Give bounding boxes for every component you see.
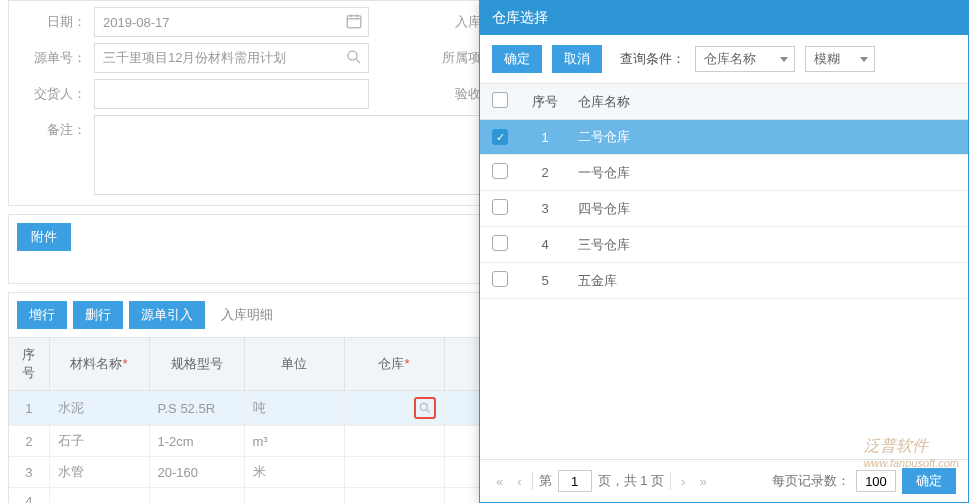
cell-material[interactable]: 水泥 [49,391,149,426]
cell-spec[interactable]: 1-2cm [149,426,244,457]
cell-warehouse[interactable] [344,391,444,426]
search-icon[interactable] [345,48,363,66]
col-check [480,84,520,120]
cell-idx: 5 [520,263,570,299]
cell-idx: 4 [520,227,570,263]
cell-idx: 4 [9,488,49,504]
row-checkbox[interactable] [492,235,508,251]
cell-idx: 2 [520,155,570,191]
modal-cancel-button[interactable]: 取消 [552,45,602,73]
cell-unit[interactable]: 米 [244,457,344,488]
table-row[interactable]: 2一号仓库 [480,155,968,191]
cell-blank [892,120,968,155]
cell-spec[interactable]: P.S 52.5R [149,391,244,426]
cell-idx: 1 [520,120,570,155]
query-mode-select[interactable]: 模糊 [805,46,875,72]
calendar-icon[interactable] [345,12,363,30]
pager-last-icon[interactable]: » [695,474,710,489]
cell-material[interactable]: 水管 [49,457,149,488]
chevron-down-icon [780,57,788,62]
label-checker: 验收 [414,79,489,103]
cell-name: 五金库 [570,263,892,299]
add-row-button[interactable]: 增行 [17,301,67,329]
row-checkbox[interactable] [492,129,508,145]
modal-ok-button[interactable]: 确定 [492,45,542,73]
cell-blank [892,155,968,191]
cell-spec[interactable] [149,488,244,504]
source-no-field[interactable] [94,43,369,73]
col-idx: 序号 [520,84,570,120]
cell-material[interactable] [49,488,149,504]
search-icon[interactable] [414,397,436,419]
cell-idx: 2 [9,426,49,457]
col-idx: 序号 [9,338,49,391]
cell-name: 三号仓库 [570,227,892,263]
row-checkbox[interactable] [492,199,508,215]
svg-rect-0 [347,16,361,28]
cell-name: 四号仓库 [570,191,892,227]
query-field-select[interactable]: 仓库名称 [695,46,795,72]
cell-warehouse[interactable] [344,488,444,504]
pager-page-input[interactable] [558,470,592,492]
perpage-input[interactable] [856,470,896,492]
detail-tab[interactable]: 入库明细 [211,301,283,329]
col-name: 仓库名称 [570,84,892,120]
attach-button[interactable]: 附件 [17,223,71,251]
cell-spec[interactable]: 20-160 [149,457,244,488]
label-date: 日期： [9,7,94,31]
table-row[interactable]: 3四号仓库 [480,191,968,227]
table-row[interactable]: 1二号仓库 [480,120,968,155]
pager-page-suffix: 页，共 1 页 [598,472,664,490]
label-source-no: 源单号： [9,43,94,67]
cell-warehouse[interactable] [344,457,444,488]
perpage-label: 每页记录数： [772,472,850,490]
date-field[interactable] [94,7,369,37]
cell-unit[interactable]: 吨 [244,391,344,426]
cell-warehouse[interactable] [344,426,444,457]
cell-unit[interactable]: m³ [244,426,344,457]
delivery-person-field[interactable] [94,79,369,109]
svg-point-2 [420,403,427,410]
row-checkbox[interactable] [492,163,508,179]
cell-material[interactable]: 石子 [49,426,149,457]
cell-unit[interactable] [244,488,344,504]
modal-title: 仓库选择 [480,1,968,35]
cell-blank [892,227,968,263]
query-label: 查询条件： [620,50,685,68]
pager-confirm-button[interactable]: 确定 [902,468,956,494]
warehouse-modal: 仓库选择 确定 取消 查询条件： 仓库名称 模糊 序号 仓库名称 1二号仓库2一… [479,0,969,503]
pager-first-icon[interactable]: « [492,474,507,489]
col-unit: 单位 [244,338,344,391]
label-delivery-person: 交货人： [9,79,94,103]
warehouse-table: 序号 仓库名称 1二号仓库2一号仓库3四号仓库4三号仓库5五金库 [480,84,968,299]
col-material: 材料名称* [49,338,149,391]
col-blank [892,84,968,120]
cell-idx: 1 [9,391,49,426]
pager-prev-icon[interactable]: ‹ [513,474,525,489]
cell-idx: 3 [520,191,570,227]
label-in-wh: 入库 [414,7,489,31]
row-checkbox[interactable] [492,271,508,287]
pager-next-icon[interactable]: › [677,474,689,489]
table-row[interactable]: 4三号仓库 [480,227,968,263]
cell-blank [892,191,968,227]
del-row-button[interactable]: 删行 [73,301,123,329]
import-button[interactable]: 源单引入 [129,301,205,329]
modal-footer: « ‹ 第 页，共 1 页 › » 每页记录数： 确定 [480,459,968,502]
label-belong-proj: 所属项 [414,43,489,67]
label-remark: 备注： [9,115,94,139]
cell-name: 一号仓库 [570,155,892,191]
chevron-down-icon [860,57,868,62]
col-spec: 规格型号 [149,338,244,391]
cell-name: 二号仓库 [570,120,892,155]
pager-page-prefix: 第 [539,472,552,490]
svg-point-1 [348,51,357,60]
cell-idx: 3 [9,457,49,488]
col-warehouse: 仓库* [344,338,444,391]
check-all[interactable] [492,92,508,108]
table-row[interactable]: 5五金库 [480,263,968,299]
cell-blank [892,263,968,299]
